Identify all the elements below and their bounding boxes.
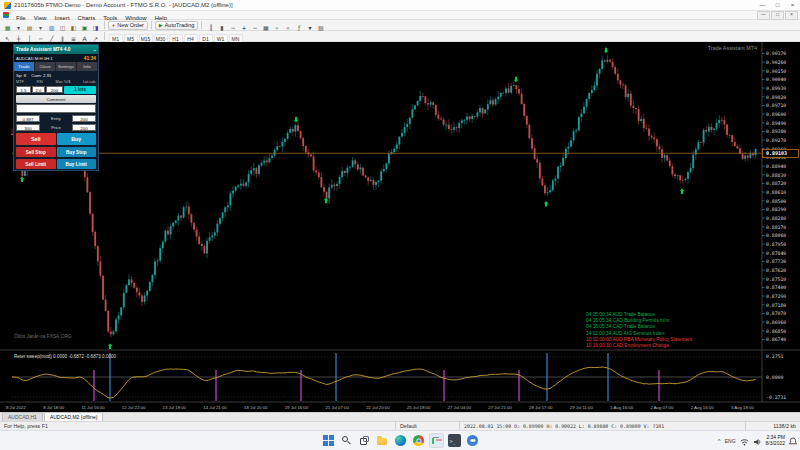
status-quote: 2022.08.01 15:00 O: 0.89900 H: 0.90022 L… (460, 422, 746, 430)
taskbar-explorer-icon[interactable] (376, 434, 389, 447)
stop-loss-input[interactable]: 0.897 (16, 115, 40, 122)
buy-button[interactable]: Buy (57, 133, 97, 145)
sell-limit-button[interactable]: Sell Limit (16, 159, 56, 169)
svg-text:0.86960: 0.86960 (766, 320, 786, 325)
svg-text:0.90370: 0.90370 (766, 51, 786, 56)
panel-header[interactable]: Trade Assistant MT4 4.0 – (14, 45, 98, 54)
child-restore-button[interactable]: □ (771, 11, 784, 20)
windows-taskbar: ^ ENG 2:34 PM 8/3/2022 (0, 430, 800, 450)
sell-button[interactable]: Sell (16, 133, 56, 145)
child-window-controls: — □ × (756, 11, 798, 20)
svg-text:0.87510: 0.87510 (766, 277, 786, 282)
panel-tab-info[interactable]: Info (77, 62, 98, 71)
risk-percent-input[interactable]: 1.5 (16, 86, 31, 93)
svg-text:0.88280: 0.88280 (766, 216, 786, 221)
svg-text:0.86850: 0.86850 (766, 329, 786, 334)
volume-icon[interactable] (753, 432, 762, 450)
trade-assistant-panel: Trade Assistant MT4 4.0 – AUDCAD M:H 0H:… (13, 44, 99, 171)
taskbar-icons (0, 431, 800, 450)
commission-value: Com: 2.91 (31, 73, 51, 78)
taskbar-start-icon[interactable] (322, 434, 335, 447)
chart-tab-audcad-m2[interactable]: AUDCAD,M2 (offline) (44, 412, 103, 421)
panel-tab-close[interactable]: Close (35, 62, 56, 71)
status-profile[interactable]: Default (396, 422, 460, 430)
child-minimize-button[interactable]: — (757, 11, 770, 20)
svg-text:0.88500: 0.88500 (766, 199, 786, 204)
taskbar-search-icon[interactable] (340, 434, 353, 447)
time-label: 13 Jul 18:00 (163, 405, 186, 410)
svg-text:0.88940: 0.88940 (766, 164, 786, 169)
panel-title: Trade Assistant MT4 4.0 (16, 47, 70, 52)
clock-date: 8/3/2022 (766, 441, 785, 447)
price-label: Price (41, 125, 71, 130)
time-label: 14 Jul 21:00 (203, 405, 226, 410)
child-close-button[interactable]: × (785, 11, 798, 20)
panel-minimize-icon[interactable]: – (93, 47, 96, 53)
svg-text:0.88720: 0.88720 (766, 181, 786, 186)
time-label: 1 Aug 16:00 (610, 405, 633, 410)
rsi-label: RSI (36, 80, 42, 84)
taskbar-edge-icon[interactable] (394, 435, 405, 446)
time-label: 19 Jul 16:00 (285, 405, 308, 410)
time-label: 2 Aug 07:00 (650, 405, 673, 410)
time-axis[interactable]: 8 Jul 20228 Jul 18:0011 Jul 16:0012 Jul … (0, 403, 760, 412)
price-input[interactable]: 200 (72, 124, 96, 131)
wifi-icon[interactable] (740, 432, 749, 450)
spread-value: Sp: 8 (16, 73, 26, 78)
sell-stop-button[interactable]: Sell Stop (16, 147, 56, 157)
notifications-bell-icon[interactable] (789, 432, 797, 450)
svg-text:0.88390: 0.88390 (766, 207, 786, 212)
comment-input[interactable] (16, 104, 96, 113)
svg-text:0.89930: 0.89930 (766, 86, 786, 91)
chart-tab-audcad-h1[interactable]: AUDCAD,H1 (2, 412, 43, 421)
toolbar-separator (104, 32, 105, 40)
panel-symbol-row: AUDCAD M:H 0H:1 41:34 (14, 54, 98, 62)
chart-area[interactable]: 0.903700.902600.901500.900400.899300.898… (0, 42, 800, 412)
stop-buttons-row: Sell Stop Buy Stop (14, 146, 98, 158)
max-risk-label: Max %/$ (55, 80, 70, 84)
svg-text:0.89820: 0.89820 (766, 95, 786, 100)
panel-tab-trade[interactable]: Trade (14, 62, 35, 71)
svg-text:0.87730: 0.87730 (766, 259, 786, 264)
svg-text:0.2751: 0.2751 (766, 354, 783, 359)
taskbar-clock[interactable]: 2:34 PM 8/3/2022 (766, 435, 785, 446)
hidden-icons-chevron[interactable]: ^ (718, 438, 721, 444)
svg-text:0.87290: 0.87290 (766, 294, 786, 299)
comment-button[interactable]: Comment (16, 95, 96, 103)
buy-stop-button[interactable]: Buy Stop (57, 147, 97, 157)
market-buttons-row: Sell Buy (14, 132, 98, 146)
taskbar-terminal-icon[interactable] (448, 434, 461, 447)
taskbar-taskview-icon[interactable] (358, 434, 371, 447)
app-icon (4, 2, 11, 9)
panel-tab-settings[interactable]: Settings (56, 62, 77, 71)
svg-text:0.89270: 0.89270 (766, 138, 786, 143)
news-event: 10 16:00:30 CAD Employment Change (586, 343, 692, 349)
panel-symbol: AUDCAD M:H 0H:1 (16, 56, 53, 61)
panel-tabs: TradeCloseSettingsInfo (14, 62, 98, 71)
time-label: 18 Jul 20:00 (244, 405, 267, 410)
close-button[interactable]: × (785, 0, 800, 10)
risk-points-input[interactable]: 200 (46, 86, 63, 93)
svg-text:0.90150: 0.90150 (766, 69, 786, 74)
entry-input[interactable]: 200 (72, 115, 96, 122)
line-studies-toolbar: ↖┼│─╱∥≡A↗ M1M5M15M30H1H4D1W1MN (0, 31, 800, 42)
risk-ratio-input[interactable]: 2.0 (32, 86, 45, 93)
svg-text:0.87950: 0.87950 (766, 242, 786, 247)
taskbar-browser-icon[interactable] (412, 435, 423, 446)
lot-size-button[interactable]: 1 lots (64, 86, 96, 94)
taskbar-mt4-icon[interactable] (430, 434, 443, 447)
buy-limit-button[interactable]: Buy Limit (57, 159, 97, 169)
limit-buttons-row: Sell Limit Buy Limit (14, 158, 98, 170)
maximize-button[interactable]: □ (770, 0, 785, 10)
minimize-button[interactable]: — (755, 0, 770, 10)
time-label: 21 Jul 07:00 (325, 405, 348, 410)
sl-entry-row: 0.897 Entry 200 (14, 114, 98, 123)
language-indicator[interactable]: ENG (725, 438, 736, 444)
status-help-text: For Help, press F1 (0, 422, 396, 430)
taskbar-chat-icon[interactable] (466, 435, 477, 446)
svg-text:0.87620: 0.87620 (766, 268, 786, 273)
status-bar: For Help, press F1 Default 2022.08.01 15… (0, 421, 800, 430)
status-data-size: 1138/2 kb (746, 422, 800, 430)
toolbar-separator (104, 21, 105, 29)
take-profit-input[interactable]: 300 (16, 124, 40, 131)
